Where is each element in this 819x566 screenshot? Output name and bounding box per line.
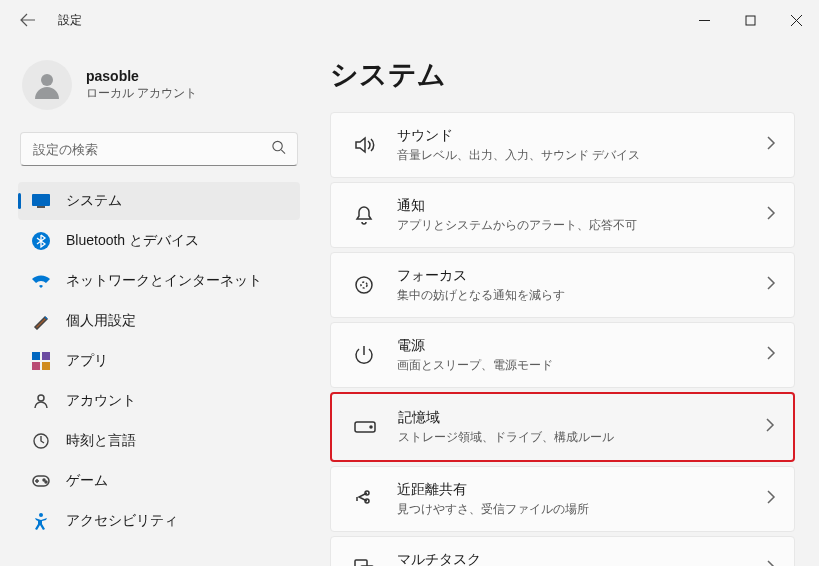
nav-time-language[interactable]: 時刻と言語 — [18, 422, 300, 460]
wifi-icon — [32, 272, 50, 290]
nav-accessibility[interactable]: アクセシビリティ — [18, 502, 300, 540]
svg-rect-20 — [355, 560, 367, 566]
close-button[interactable] — [773, 0, 819, 40]
svg-point-13 — [43, 479, 45, 481]
svg-rect-6 — [32, 352, 40, 360]
chevron-right-icon — [766, 276, 776, 294]
card-desc: 集中の妨げとなる通知を減らす — [397, 287, 766, 304]
card-nearby-share[interactable]: 近距離共有見つけやすさ、受信ファイルの場所 — [330, 466, 795, 532]
user-account: ローカル アカウント — [86, 85, 197, 102]
apps-icon — [32, 352, 50, 370]
card-desc: 見つけやすさ、受信ファイルの場所 — [397, 501, 766, 518]
card-multitask[interactable]: マルチタスクウィンドウのスナップ、デスクトップ、タスクの切り替え — [330, 536, 795, 566]
svg-point-16 — [356, 277, 372, 293]
card-title: サウンド — [397, 127, 766, 145]
card-title: フォーカス — [397, 267, 766, 285]
avatar-icon — [22, 60, 72, 110]
nav-label: システム — [66, 192, 122, 210]
user-block[interactable]: pasoble ローカル アカウント — [18, 52, 300, 128]
nav-system[interactable]: システム — [18, 182, 300, 220]
chevron-right-icon — [766, 136, 776, 154]
card-desc: ストレージ領域、ドライブ、構成ルール — [398, 429, 765, 446]
chevron-right-icon — [766, 490, 776, 508]
chevron-right-icon — [765, 418, 775, 436]
nav-label: 時刻と言語 — [66, 432, 136, 450]
search-icon — [271, 140, 286, 159]
nav-label: アプリ — [66, 352, 108, 370]
svg-rect-4 — [37, 206, 45, 208]
svg-point-1 — [41, 74, 53, 86]
card-desc: アプリとシステムからのアラート、応答不可 — [397, 217, 766, 234]
search-input[interactable] — [20, 132, 298, 166]
svg-point-10 — [38, 395, 44, 401]
nav-label: ゲーム — [66, 472, 108, 490]
back-icon[interactable] — [20, 12, 36, 28]
card-notifications[interactable]: 通知アプリとシステムからのアラート、応答不可 — [330, 182, 795, 248]
power-icon — [353, 344, 375, 366]
nav-label: アクセシビリティ — [66, 512, 178, 530]
card-title: 通知 — [397, 197, 766, 215]
nav-bluetooth[interactable]: Bluetooth とデバイス — [18, 222, 300, 260]
gamepad-icon — [32, 472, 50, 490]
chevron-right-icon — [766, 206, 776, 224]
card-power[interactable]: 電源画面とスリープ、電源モード — [330, 322, 795, 388]
storage-icon — [354, 416, 376, 438]
nav-label: Bluetooth とデバイス — [66, 232, 199, 250]
card-desc: 画面とスリープ、電源モード — [397, 357, 766, 374]
nav-apps[interactable]: アプリ — [18, 342, 300, 380]
nav-label: アカウント — [66, 392, 136, 410]
card-focus[interactable]: フォーカス集中の妨げとなる通知を減らす — [330, 252, 795, 318]
bell-icon — [353, 204, 375, 226]
nav-network[interactable]: ネットワークとインターネット — [18, 262, 300, 300]
card-title: 記憶域 — [398, 409, 765, 427]
nav-gaming[interactable]: ゲーム — [18, 462, 300, 500]
card-storage[interactable]: 記憶域ストレージ領域、ドライブ、構成ルール — [330, 392, 795, 462]
svg-point-15 — [39, 513, 43, 517]
page-title: システム — [330, 56, 795, 94]
nav-personalization[interactable]: 個人用設定 — [18, 302, 300, 340]
svg-rect-3 — [32, 194, 50, 206]
sound-icon — [353, 134, 375, 156]
user-name: pasoble — [86, 68, 197, 84]
card-sound[interactable]: サウンド音量レベル、出力、入力、サウンド デバイス — [330, 112, 795, 178]
svg-point-2 — [273, 141, 282, 150]
maximize-button[interactable] — [727, 0, 773, 40]
clock-globe-icon — [32, 432, 50, 450]
card-desc: 音量レベル、出力、入力、サウンド デバイス — [397, 147, 766, 164]
nav-accounts[interactable]: アカウント — [18, 382, 300, 420]
person-icon — [32, 392, 50, 410]
svg-rect-8 — [32, 362, 40, 370]
multitask-icon — [353, 558, 375, 566]
chevron-right-icon — [766, 560, 776, 566]
card-title: マルチタスク — [397, 551, 766, 567]
svg-point-19 — [370, 426, 372, 428]
brush-icon — [32, 312, 50, 330]
svg-rect-0 — [746, 16, 755, 25]
bluetooth-icon — [32, 232, 50, 250]
display-icon — [32, 192, 50, 210]
accessibility-icon — [32, 512, 50, 530]
focus-icon — [353, 274, 375, 296]
svg-point-17 — [361, 282, 367, 288]
share-icon — [353, 488, 375, 510]
card-title: 近距離共有 — [397, 481, 766, 499]
nav-label: 個人用設定 — [66, 312, 136, 330]
window-title: 設定 — [58, 12, 82, 29]
card-title: 電源 — [397, 337, 766, 355]
minimize-button[interactable] — [681, 0, 727, 40]
svg-rect-7 — [42, 352, 50, 360]
nav-label: ネットワークとインターネット — [66, 272, 262, 290]
svg-rect-9 — [42, 362, 50, 370]
chevron-right-icon — [766, 346, 776, 364]
svg-point-14 — [45, 481, 47, 483]
